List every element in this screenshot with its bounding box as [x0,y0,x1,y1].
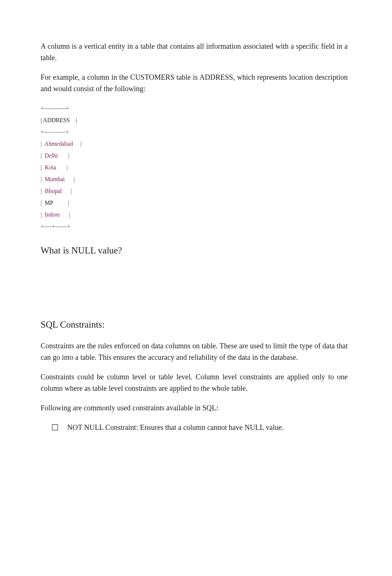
table-row: | Bhopal | [41,185,348,197]
city-value: Ahmedabad [44,141,73,147]
constraints-list-intro: Following are commonly used constraints … [41,402,348,414]
constraints-level-text: Constraints could be column level or tab… [41,371,348,394]
table-header-row: | ADDRESS | [41,114,348,126]
table-row: | Mumbai | [41,173,348,185]
table-row: | MP | [41,197,348,209]
table-row: | Kota | [41,162,348,173]
table-row: | Indore | [41,209,348,221]
column-definition-text: A column is a vertical entity in a table… [41,41,348,63]
bullet-icon: 🞎 [52,423,58,433]
city-value: Delhi [45,152,58,159]
city-value: MP [45,200,53,206]
table-border-mid: +-----------+ [41,126,348,138]
address-column-ascii-table: +-----------+ | ADDRESS | +-----------+ … [41,103,348,232]
constraint-desc: Ensures that a column cannot have NULL v… [138,423,283,431]
table-border-top: +-----------+ [41,103,348,114]
content-gap [41,266,348,314]
sql-constraints-heading: SQL Constraints: [41,318,348,332]
constraints-definition-text: Constraints are the rules enforced on da… [41,340,348,363]
table-border-bottom: +----+------+ [41,221,348,232]
constraint-name: NOT NULL Constraint: [67,423,138,431]
table-row: | Ahmedabad | [41,138,348,150]
city-value: Mumbai [45,176,65,182]
constraint-text: NOT NULL Constraint: Ensures that a colu… [67,422,283,433]
city-value: Indore [45,211,60,218]
city-value: Kota [45,164,56,170]
table-row: | Delhi | [41,150,348,162]
null-value-heading: What is NULL value? [41,244,348,258]
column-example-text: For example, a column in the CUSTOMERS t… [41,72,348,94]
city-value: Bhopal [45,188,62,194]
constraint-list-item: 🞎 NOT NULL Constraint: Ensures that a co… [41,422,348,433]
